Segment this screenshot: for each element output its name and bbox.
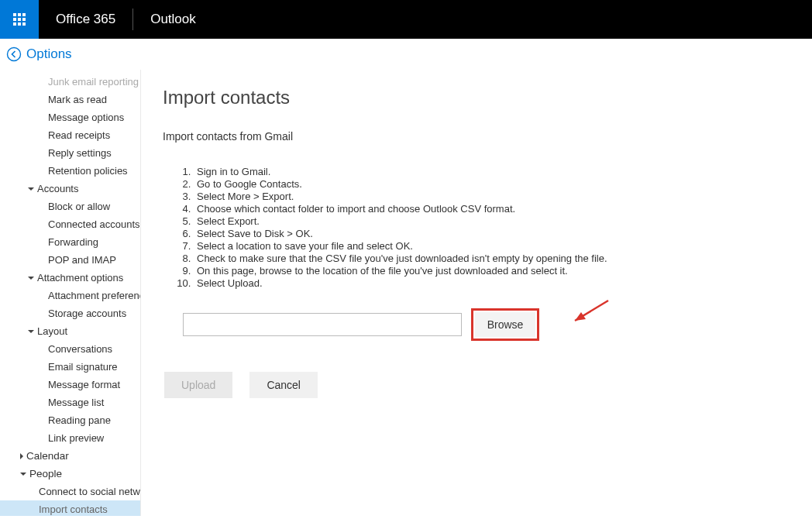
sidebar-item-forwarding[interactable]: Forwarding	[0, 233, 140, 251]
sidebar-item-import-contacts[interactable]: Import contacts	[0, 500, 140, 516]
sidebar-item-message-format[interactable]: Message format	[0, 376, 140, 394]
sidebar-item-junk[interactable]: Junk email reporting	[0, 73, 140, 91]
waffle-icon	[13, 13, 26, 26]
file-path-input[interactable]	[183, 313, 462, 336]
sidebar-item-link-preview[interactable]: Link preview	[0, 429, 140, 447]
back-arrow-icon	[6, 46, 22, 62]
sidebar-section-label: Accounts	[37, 183, 78, 194]
file-picker-row: Browse	[183, 308, 790, 341]
caret-down-icon	[28, 277, 34, 280]
sidebar-item-reading-pane[interactable]: Reading pane	[0, 411, 140, 429]
sidebar-section-layout[interactable]: Layout	[0, 322, 140, 340]
app-name-label[interactable]: Outlook	[133, 12, 213, 27]
sidebar-item-block-allow[interactable]: Block or allow	[0, 198, 140, 215]
browse-button[interactable]: Browse	[475, 312, 535, 337]
sidebar-section-label: People	[29, 468, 62, 479]
instruction-step: Check to make sure that the CSV file you…	[194, 253, 790, 265]
instruction-step: Select Save to Disk > OK.	[194, 228, 790, 240]
sidebar-item-signature[interactable]: Email signature	[0, 358, 140, 376]
sidebar-item-mark-read[interactable]: Mark as read	[0, 91, 140, 108]
instruction-step: On this page, browse to the location of …	[194, 265, 790, 277]
instruction-list: Sign in to Gmail. Go to Google Contacts.…	[194, 166, 790, 290]
sidebar-section-attachment[interactable]: Attachment options	[0, 269, 140, 287]
instruction-step: Select a location to save your file and …	[194, 240, 790, 253]
sidebar-section-people[interactable]: People	[0, 465, 140, 483]
sidebar-item-connected-accounts[interactable]: Connected accounts	[0, 215, 140, 233]
instruction-step: Choose which contact folder to import an…	[194, 203, 790, 215]
page-title: Import contacts	[163, 87, 790, 108]
instruction-step: Select More > Export.	[194, 191, 790, 203]
browse-highlight: Browse	[471, 308, 539, 341]
sidebar-item-attachment-pref[interactable]: Attachment preference	[0, 287, 140, 304]
action-buttons: Upload Cancel	[164, 372, 790, 398]
main-content: Import contacts Import contacts from Gma…	[141, 70, 812, 516]
caret-down-icon	[28, 330, 34, 333]
options-label: Options	[26, 46, 72, 62]
instruction-step: Go to Google Contacts.	[194, 178, 790, 191]
instruction-step: Select Export.	[194, 215, 790, 228]
options-back-link[interactable]: Options	[0, 39, 812, 70]
caret-down-icon	[28, 187, 34, 191]
instruction-step: Sign in to Gmail.	[194, 166, 790, 178]
sidebar-item-read-receipts[interactable]: Read receipts	[0, 126, 140, 144]
upload-button[interactable]: Upload	[164, 372, 232, 398]
sidebar-item-reply-settings[interactable]: Reply settings	[0, 144, 140, 162]
sidebar-section-label: Calendar	[26, 450, 69, 462]
sidebar-item-message-list[interactable]: Message list	[0, 394, 140, 411]
sidebar-section-calendar[interactable]: Calendar	[0, 447, 140, 465]
cancel-button[interactable]: Cancel	[249, 372, 318, 398]
sidebar-item-retention[interactable]: Retention policies	[0, 162, 140, 180]
sidebar-item-storage-accounts[interactable]: Storage accounts	[0, 304, 140, 322]
brand-label[interactable]: Office 365	[39, 12, 132, 27]
sidebar-section-label: Layout	[37, 325, 67, 337]
svg-point-0	[8, 48, 21, 61]
sidebar-item-pop-imap[interactable]: POP and IMAP	[0, 251, 140, 269]
instruction-step: Select Upload.	[194, 277, 790, 290]
global-header: Office 365 Outlook	[0, 0, 812, 39]
caret-right-icon	[20, 453, 23, 459]
annotation-arrow-icon	[566, 297, 612, 328]
sidebar-item-social-networks[interactable]: Connect to social networks	[0, 483, 140, 500]
sidebar-section-accounts[interactable]: Accounts	[0, 180, 140, 198]
app-launcher-button[interactable]	[0, 0, 39, 39]
svg-marker-2	[575, 312, 586, 321]
page-subtitle: Import contacts from Gmail	[163, 130, 790, 143]
sidebar-item-conversations[interactable]: Conversations	[0, 340, 140, 358]
caret-down-icon	[20, 473, 26, 476]
settings-sidebar: Junk email reporting Mark as read Messag…	[0, 70, 141, 516]
sidebar-section-label: Attachment options	[37, 272, 123, 284]
sidebar-item-message-options[interactable]: Message options	[0, 108, 140, 126]
